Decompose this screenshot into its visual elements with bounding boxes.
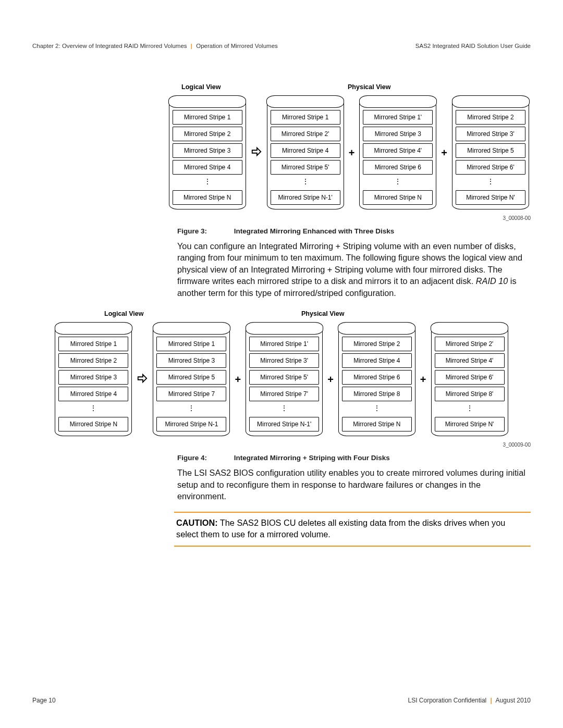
figure-3-diagram: Logical View Physical View Mirrored Stri… — [32, 83, 531, 209]
logical-disk: Mirrored Stripe 1Mirrored Stripe 2Mirror… — [169, 96, 246, 209]
stripe-cell: Mirrored Stripe 4 — [173, 160, 242, 175]
stripe-cell: Mirrored Stripe 7' — [249, 387, 319, 401]
ellipsis-icon: ⋮ — [270, 177, 341, 188]
stripe-cell: Mirrored Stripe N' — [456, 190, 525, 205]
stripe-cell: Mirrored Stripe 2' — [271, 127, 340, 141]
stripe-cell: Mirrored Stripe 6 — [342, 370, 412, 385]
figure-4-diagram: Logical View Physical View Mirrored Stri… — [32, 310, 531, 436]
stripe-cell: Mirrored Stripe 3' — [456, 127, 525, 141]
physical-disk-4: Mirrored Stripe 2'Mirrored Stripe 4'Mirr… — [431, 323, 508, 436]
physical-disk-3: Mirrored Stripe 2Mirrored Stripe 4Mirror… — [338, 323, 415, 436]
footer-date: August 2010 — [496, 697, 531, 704]
caption-text: Integrated Mirroring + Striping with Fou… — [234, 454, 390, 462]
page-header: Chapter 2: Overview of Integrated RAID M… — [32, 43, 531, 49]
ellipsis-icon: ⋮ — [155, 403, 227, 415]
stripe-cell: Mirrored Stripe 2 — [456, 110, 525, 125]
physical-view-label: Physical View — [348, 83, 390, 91]
stripe-cell: Mirrored Stripe 1 — [173, 110, 242, 125]
stripe-cell: Mirrored Stripe 6' — [456, 160, 525, 175]
stripe-cell: Mirrored Stripe N-1' — [271, 190, 340, 205]
footer-right: LSI Corporation Confidential | August 20… — [408, 697, 531, 704]
physical-disk-1: Mirrored Stripe 1Mirrored Stripe 3Mirror… — [153, 323, 230, 436]
chapter-label: Chapter 2: Overview of Integrated RAID M… — [32, 43, 187, 49]
confidential-label: LSI Corporation Confidential — [408, 697, 486, 704]
paragraph-2: The LSI SAS2 BIOS configuration utility … — [177, 467, 531, 502]
arrow-right-icon — [133, 373, 151, 387]
plus-icon: + — [324, 374, 337, 386]
stripe-cell: Mirrored Stripe 1 — [156, 337, 226, 351]
physical-view-label: Physical View — [301, 310, 344, 317]
stripe-cell: Mirrored Stripe 6 — [363, 160, 433, 175]
stripe-cell: Mirrored Stripe N — [363, 190, 433, 205]
physical-disk-3: Mirrored Stripe 2Mirrored Stripe 3'Mirro… — [452, 96, 529, 209]
page-footer: Page 10 LSI Corporation Confidential | A… — [32, 697, 531, 704]
ellipsis-icon: ⋮ — [57, 403, 129, 415]
ellipsis-icon: ⋮ — [341, 403, 413, 415]
stripe-cell: Mirrored Stripe 3 — [173, 143, 242, 158]
para1-a: You can configure an Integrated Mirrorin… — [177, 241, 522, 286]
stripe-cell: Mirrored Stripe N — [173, 190, 242, 205]
stripe-cell: Mirrored Stripe 5 — [456, 143, 525, 158]
figure-3-caption: Figure 3: Integrated Mirroring Enhanced … — [177, 227, 531, 235]
logical-disk: Mirrored Stripe 1Mirrored Stripe 2Mirror… — [55, 323, 132, 436]
stripe-cell: Mirrored Stripe 8 — [342, 387, 412, 401]
stripe-cell: Mirrored Stripe N' — [435, 417, 505, 431]
plus-icon: + — [438, 147, 450, 159]
stripe-cell: Mirrored Stripe 2' — [435, 337, 505, 351]
separator-icon: | — [491, 697, 492, 704]
figure-4-caption: Figure 4: Integrated Mirroring + Stripin… — [177, 454, 531, 462]
stripe-cell: Mirrored Stripe 5' — [271, 160, 340, 175]
logical-view-label: Logical View — [104, 310, 144, 317]
caution-text: The SAS2 BIOS CU deletes all existing da… — [176, 518, 505, 539]
stripe-cell: Mirrored Stripe N-1 — [156, 417, 226, 431]
caption-text: Integrated Mirroring Enhanced with Three… — [234, 227, 395, 235]
stripe-cell: Mirrored Stripe 4 — [342, 353, 412, 368]
ellipsis-icon: ⋮ — [455, 177, 527, 188]
para1-italic: RAID 10 — [476, 276, 508, 286]
physical-disk-2: Mirrored Stripe 1'Mirrored Stripe 3'Mirr… — [246, 323, 323, 436]
stripe-cell: Mirrored Stripe 5' — [249, 370, 319, 385]
page-content: Logical View Physical View Mirrored Stri… — [32, 83, 531, 547]
ellipsis-icon: ⋮ — [434, 403, 506, 415]
caution-box: CAUTION: The SAS2 BIOS CU deletes all ex… — [174, 512, 531, 547]
stripe-cell: Mirrored Stripe N — [342, 417, 412, 431]
plus-icon: + — [346, 147, 358, 159]
ellipsis-icon: ⋮ — [172, 177, 243, 188]
caution-label: CAUTION: — [176, 518, 218, 527]
stripe-cell: Mirrored Stripe 4' — [435, 353, 505, 368]
stripe-cell: Mirrored Stripe 3 — [156, 353, 226, 368]
stripe-cell: Mirrored Stripe 7 — [156, 387, 226, 401]
section-label: Operation of Mirrored Volumes — [196, 43, 278, 49]
doc-title: SAS2 Integrated RAID Solution User Guide — [415, 43, 531, 49]
stripe-cell: Mirrored Stripe 1' — [363, 110, 433, 125]
stripe-cell: Mirrored Stripe 2 — [342, 337, 412, 351]
stripe-cell: Mirrored Stripe 3' — [249, 353, 319, 368]
stripe-cell: Mirrored Stripe 1' — [249, 337, 319, 351]
stripe-cell: Mirrored Stripe 4' — [363, 143, 433, 158]
physical-disk-2: Mirrored Stripe 1'Mirrored Stripe 3Mirro… — [359, 96, 436, 209]
separator-icon: | — [191, 43, 192, 49]
stripe-cell: Mirrored Stripe 1 — [271, 110, 340, 125]
stripe-cell: Mirrored Stripe 4 — [271, 143, 340, 158]
page-number: Page 10 — [32, 697, 56, 704]
ellipsis-icon: ⋮ — [362, 177, 434, 188]
paragraph-1: You can configure an Integrated Mirrorin… — [177, 240, 531, 299]
stripe-cell: Mirrored Stripe N-1' — [249, 417, 319, 431]
plus-icon: + — [417, 374, 430, 386]
ellipsis-icon: ⋮ — [248, 403, 320, 415]
stripe-cell: Mirrored Stripe 3 — [363, 127, 433, 141]
stripe-cell: Mirrored Stripe 2 — [58, 353, 128, 368]
stripe-cell: Mirrored Stripe N — [58, 417, 128, 431]
stripe-cell: Mirrored Stripe 1 — [58, 337, 128, 351]
logical-view-label: Logical View — [181, 83, 221, 91]
stripe-cell: Mirrored Stripe 4 — [58, 387, 128, 401]
stripe-cell: Mirrored Stripe 2 — [173, 127, 242, 141]
caption-number: Figure 4: — [177, 454, 207, 462]
plus-icon: + — [231, 374, 244, 386]
arrow-right-icon — [248, 146, 265, 160]
stripe-cell: Mirrored Stripe 8' — [435, 387, 505, 401]
stripe-cell: Mirrored Stripe 3 — [58, 370, 128, 385]
stripe-cell: Mirrored Stripe 5 — [156, 370, 226, 385]
figure-tag: 3_00008-00 — [503, 215, 531, 221]
figure-tag: 3_00009-00 — [503, 442, 531, 448]
